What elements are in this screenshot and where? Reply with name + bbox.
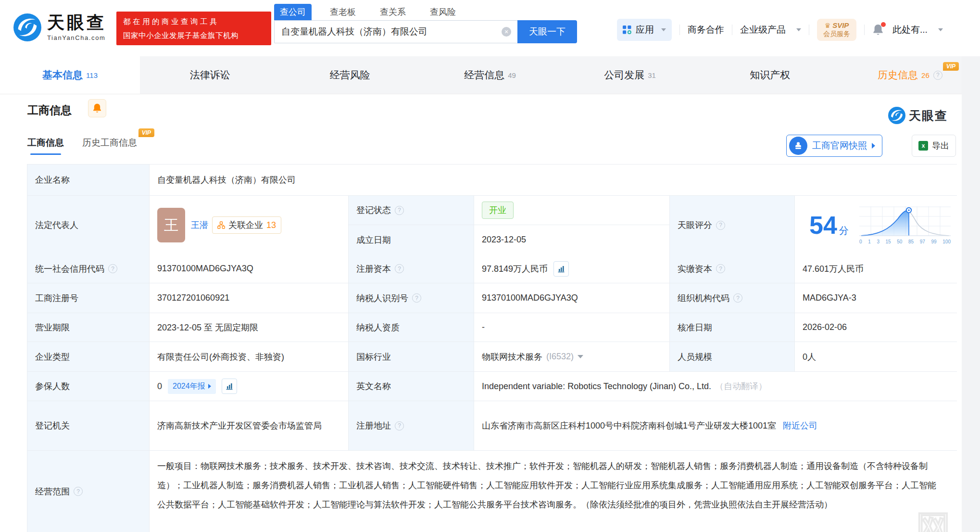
status-badge: 开业 — [482, 202, 514, 219]
reg-number-label: 工商注册号 — [27, 283, 150, 313]
score-distribution-chart: 01 315 5085 9799 100 — [859, 206, 951, 244]
subtab-history-business-info[interactable]: 历史工商信息 VIP — [82, 137, 137, 149]
related-companies-badge[interactable]: 关联企业 13 — [212, 216, 281, 234]
tab-legal-proceedings[interactable]: 法律诉讼 — [140, 56, 280, 94]
industry-cell: 物联网技术服务 (I6532) — [474, 342, 670, 371]
help-icon[interactable] — [74, 487, 83, 496]
reg-status-label: 登记状态 — [349, 196, 474, 225]
status-date-cells: 登记状态 开业 成立日期 2023-12-05 — [349, 196, 670, 254]
table-row-company-type: 企业类型 有限责任公司(外商投资、非独资) 国标行业 物联网技术服务 (I653… — [27, 342, 956, 372]
tyc-score-cell: 54 分 — [795, 196, 957, 254]
expand-industry-icon[interactable] — [578, 355, 583, 358]
english-name-value: Independent variable: Robotics Technolog… — [482, 381, 711, 392]
page-right-gutter — [962, 56, 980, 532]
vip-badge: VIP — [138, 128, 154, 137]
annual-report-badge[interactable]: 2024年报 — [168, 379, 216, 394]
reg-capital-label: 注册资本 — [349, 254, 474, 283]
chevron-down-icon — [661, 28, 666, 31]
help-icon[interactable] — [733, 293, 742, 303]
nearby-companies-link[interactable]: 附近公司 — [783, 420, 817, 431]
help-icon[interactable] — [933, 71, 942, 80]
table-row-business-scope: 经营范围 一般项目：物联网技术服务；技术服务、技术开发、技术咨询、技术交流、技术… — [27, 451, 956, 532]
tianyancha-swirl-icon — [888, 107, 905, 124]
tab-label: 历史信息 — [878, 68, 918, 82]
help-icon[interactable] — [108, 264, 117, 273]
official-snapshot-button[interactable]: 工商官网快照 — [786, 135, 882, 157]
establish-date-label: 成立日期 — [349, 225, 474, 254]
help-icon[interactable] — [395, 264, 404, 273]
tab-count: 49 — [508, 71, 516, 79]
help-icon[interactable] — [716, 221, 725, 230]
legal-rep-label: 法定代表人 — [27, 196, 150, 254]
tab-company-development[interactable]: 公司发展 31 — [560, 56, 700, 94]
english-name-cell: Independent variable: Robotics Technolog… — [474, 372, 957, 401]
search-tab-boss[interactable]: 查老板 — [324, 4, 362, 20]
search-tab-company[interactable]: 查公司 — [274, 4, 312, 20]
insured-label: 参保人数 — [27, 372, 150, 401]
company-name-value: 自变量机器人科技（济南）有限公司 — [150, 165, 957, 195]
tab-business-info[interactable]: 经营信息 49 — [420, 56, 560, 94]
crown-icon: ♛ — [825, 22, 831, 29]
tab-intellectual-property[interactable]: 知识产权 — [700, 56, 840, 94]
export-label: 导出 — [932, 140, 949, 152]
industry-code: (I6532) — [546, 352, 574, 362]
score-axis-ticks: 01 315 5085 9799 100 — [859, 239, 951, 244]
help-icon[interactable] — [395, 421, 404, 431]
table-row-company-name: 企业名称 自变量机器人科技（济南）有限公司 — [27, 165, 956, 196]
export-button[interactable]: 导出 — [912, 135, 956, 157]
business-info-table: 企业名称 自变量机器人科技（济南）有限公司 法定代表人 王 王潜 — [27, 164, 957, 532]
subtab-business-info[interactable]: 工商信息 — [27, 137, 64, 149]
related-companies-count: 13 — [266, 220, 276, 230]
clear-search-icon[interactable] — [502, 27, 511, 37]
search-button[interactable]: 天眼一下 — [517, 20, 577, 43]
tianyancha-swirl-icon — [13, 13, 41, 41]
apps-menu[interactable]: 应用 — [617, 19, 672, 41]
label-text: 天眼评分 — [678, 219, 712, 231]
org-code-label: 组织机构代码 — [670, 283, 795, 313]
help-icon[interactable] — [412, 293, 421, 303]
tab-count: 113 — [86, 71, 98, 79]
top-header: 天眼查 TianYanCha.com 都在用的商业查询工具 国家中小企业发展子基… — [0, 0, 980, 56]
tab-label: 经营信息 — [464, 68, 504, 82]
notification-bell[interactable] — [872, 24, 885, 36]
tab-label: 公司发展 — [604, 68, 644, 82]
reg-status-cell: 开业 — [474, 196, 670, 225]
tyc-score-label: 天眼评分 — [670, 196, 795, 254]
tab-operational-risk[interactable]: 经营风险 — [280, 56, 420, 94]
user-menu[interactable]: 此处有... — [892, 24, 928, 36]
tab-label: 经营风险 — [330, 68, 370, 82]
nav-enterprise-products[interactable]: 企业级产品 — [740, 24, 786, 36]
svip-member-service[interactable]: ♛SVIP 会员服务 — [817, 19, 856, 41]
monitor-bell-button[interactable] — [88, 99, 106, 117]
search-box: 天眼一下 — [274, 20, 577, 43]
search-input[interactable] — [274, 20, 517, 43]
svip-label: SVIP — [832, 21, 849, 29]
divider — [864, 25, 865, 35]
business-term-value: 2023-12-05 至 无固定期限 — [150, 313, 349, 342]
chevron-down-icon — [796, 28, 801, 31]
help-icon[interactable] — [716, 264, 725, 273]
tab-label: 知识产权 — [750, 68, 790, 82]
tab-history-info[interactable]: VIP 历史信息 26 — [840, 56, 980, 94]
notification-dot — [881, 22, 886, 27]
company-name-label: 企业名称 — [27, 165, 150, 195]
help-icon[interactable] — [395, 206, 404, 215]
org-structure-icon — [217, 221, 225, 229]
svip-sublabel: 会员服务 — [823, 30, 850, 38]
tianyancha-logo[interactable]: 天眼查 TianYanCha.com — [13, 13, 106, 41]
insured-cell: 0 2024年报 — [150, 372, 349, 401]
search-tab-relation[interactable]: 查关系 — [374, 4, 412, 20]
tianyancha-watermark: 天眼查 — [888, 107, 948, 124]
tab-basic-info[interactable]: 基本信息 113 — [0, 56, 140, 94]
legal-rep-avatar[interactable]: 王 — [157, 208, 185, 242]
search-tab-risk[interactable]: 查风险 — [424, 4, 462, 20]
bell-icon — [92, 103, 102, 114]
capital-trend-chart-button[interactable] — [553, 261, 569, 277]
table-row-credit-code: 统一社会信用代码 91370100MAD6GJYA3Q 注册资本 97.8149… — [27, 254, 956, 283]
legal-rep-name-link[interactable]: 王潜 — [191, 219, 208, 231]
insured-trend-chart-button[interactable] — [222, 379, 237, 394]
reg-authority-value: 济南高新技术产业开发区管委会市场监管局 — [150, 401, 349, 450]
apps-grid-icon — [623, 25, 631, 34]
business-info-card: 工商信息 天眼查 工商信息 历史工商信息 VIP — [0, 94, 962, 532]
nav-business-coop[interactable]: 商务合作 — [688, 24, 724, 36]
